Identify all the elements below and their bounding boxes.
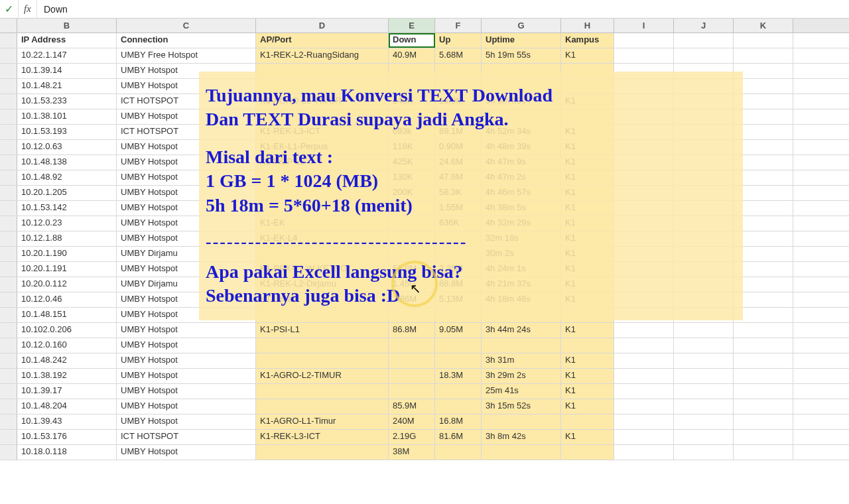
cell-ip[interactable]: 10.1.38.101 [17, 109, 117, 124]
cell-connection[interactable]: UMBY Free Hotspot [117, 48, 256, 63]
cell-up[interactable]: 0.90M [435, 140, 482, 155]
cell-down[interactable]: 200K [389, 186, 435, 200]
cell-header-uptime[interactable]: Uptime [482, 33, 561, 48]
cell-empty[interactable] [674, 94, 734, 109]
cell-kampus[interactable] [561, 338, 614, 353]
cell-empty[interactable] [734, 125, 793, 139]
cell-empty[interactable] [734, 201, 793, 216]
row-gutter[interactable] [0, 125, 17, 139]
cell-kampus[interactable] [561, 308, 614, 322]
cell-up[interactable]: 88.8M [435, 277, 482, 292]
cell-empty[interactable] [734, 247, 793, 261]
cell-kampus[interactable]: K1 [561, 369, 614, 383]
cell-ip[interactable]: 10.1.53.233 [17, 94, 117, 109]
cell-up[interactable]: 636K [435, 216, 482, 231]
cell-empty[interactable] [614, 445, 674, 460]
cell-connection[interactable]: UMBY Hotspot [117, 369, 256, 383]
cell-kampus[interactable]: K1 [561, 247, 614, 261]
cell-kampus[interactable]: K1 [561, 262, 614, 277]
cell-empty[interactable] [614, 109, 674, 124]
cell-empty[interactable] [614, 201, 674, 216]
cell-empty[interactable] [734, 155, 793, 170]
col-header-j[interactable]: J [674, 19, 734, 32]
cell-down[interactable] [389, 79, 435, 94]
cell-ip[interactable]: 10.12.0.46 [17, 292, 117, 307]
cell-empty[interactable] [674, 33, 734, 48]
cell-empty[interactable] [674, 308, 734, 322]
cell-uptime[interactable]: 4h 47m 2s [482, 170, 561, 185]
cell-empty[interactable] [734, 308, 793, 322]
cell-empty[interactable] [614, 399, 674, 414]
cell-apport[interactable] [256, 338, 389, 353]
cell-connection[interactable]: UMBY Hotspot [117, 445, 256, 460]
cell-empty[interactable] [734, 414, 793, 429]
cell-ip[interactable]: 10.1.39.43 [17, 414, 117, 429]
cell-ip[interactable]: 10.1.48.242 [17, 353, 117, 368]
cell-ip[interactable]: 10.18.0.118 [17, 445, 117, 460]
cell-kampus[interactable]: K1 [561, 384, 614, 399]
cell-empty[interactable] [674, 247, 734, 261]
row-gutter[interactable] [0, 94, 17, 109]
cell-up[interactable] [435, 353, 482, 368]
row-gutter[interactable] [0, 384, 17, 399]
cell-apport[interactable]: K1-EK-L3 [256, 292, 389, 307]
cell-connection[interactable]: ICT HOTSPOT [117, 94, 256, 109]
col-header-e[interactable]: E [389, 19, 435, 32]
cell-up[interactable]: 1.55M [435, 201, 482, 216]
cell-down[interactable]: 40.9M [389, 48, 435, 63]
cell-down[interactable]: 7.86M [389, 292, 435, 307]
cell-connection[interactable]: UMBY Hotspot [117, 292, 256, 307]
cell-empty[interactable] [614, 338, 674, 353]
col-header-d[interactable]: D [256, 19, 389, 32]
cell-empty[interactable] [674, 292, 734, 307]
cell-ip[interactable]: 10.12.0.160 [17, 338, 117, 353]
cell-apport[interactable]: K1-AGRO-L2-TIMUR [256, 369, 389, 383]
cell-empty[interactable] [734, 353, 793, 368]
row-gutter[interactable] [0, 140, 17, 155]
cell-connection[interactable]: UMBY Hotspot [117, 231, 256, 246]
cell-kampus[interactable] [561, 79, 614, 94]
cell-uptime[interactable]: 4h 38m 5s [482, 201, 561, 216]
cell-down[interactable] [389, 64, 435, 78]
cell-connection[interactable]: UMBY Hotspot [117, 216, 256, 231]
cell-uptime[interactable]: 3h 8m 42s [482, 430, 561, 444]
cell-down[interactable] [389, 247, 435, 261]
cell-apport[interactable]: K1-REK-L1-W-KETNO [256, 262, 389, 277]
cell-kampus[interactable]: K1 [561, 186, 614, 200]
cell-header-ip[interactable]: IP Address [17, 33, 117, 48]
cell-kampus[interactable]: K1 [561, 94, 614, 109]
cell-connection[interactable]: UMBY Hotspot [117, 155, 256, 170]
col-header-k[interactable]: K [734, 19, 793, 32]
row-gutter[interactable] [0, 369, 17, 383]
cell-uptime[interactable]: 25m 41s [482, 384, 561, 399]
row-gutter[interactable] [0, 277, 17, 292]
cell-connection[interactable]: UMBY Hotspot [117, 353, 256, 368]
cell-down[interactable] [389, 109, 435, 124]
cell-empty[interactable] [734, 140, 793, 155]
row-gutter[interactable] [0, 48, 17, 63]
cell-ip[interactable]: 10.12.0.23 [17, 216, 117, 231]
row-gutter[interactable] [0, 323, 17, 338]
cell-ip[interactable]: 10.20.1.205 [17, 186, 117, 200]
cell-ip[interactable]: 10.12.1.88 [17, 231, 117, 246]
cell-empty[interactable] [674, 48, 734, 63]
cell-empty[interactable] [734, 430, 793, 444]
cell-uptime[interactable] [482, 64, 561, 78]
cell-ip[interactable]: 10.1.48.138 [17, 155, 117, 170]
cell-apport[interactable]: K1-AGRO-L1-Timur [256, 414, 389, 429]
cell-uptime[interactable]: 4h 32m 29s [482, 216, 561, 231]
cell-kampus[interactable]: K1 [561, 170, 614, 185]
cell-empty[interactable] [734, 79, 793, 94]
cell-empty[interactable] [614, 186, 674, 200]
cell-ip[interactable]: 10.1.48.21 [17, 79, 117, 94]
cell-up[interactable]: 58.3K [435, 186, 482, 200]
cell-down[interactable] [389, 201, 435, 216]
cell-empty[interactable] [614, 48, 674, 63]
cell-apport[interactable]: K1-EK-L4 [256, 231, 389, 246]
fx-button[interactable]: fx [19, 0, 37, 19]
cell-header-connection[interactable]: Connection [117, 33, 256, 48]
select-all-corner[interactable] [0, 19, 17, 32]
cell-empty[interactable] [614, 292, 674, 307]
cell-connection[interactable]: UMBY Dirjamu [117, 247, 256, 261]
cell-up[interactable] [435, 399, 482, 414]
